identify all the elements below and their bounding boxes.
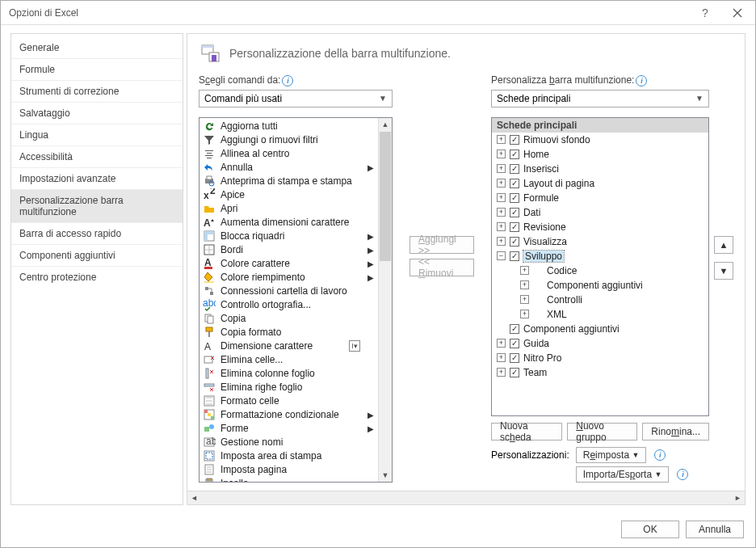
tree-item[interactable]: +XML [492, 307, 708, 322]
move-up-button[interactable]: ▲ [714, 236, 733, 254]
collapse-icon[interactable]: − [497, 251, 506, 260]
scroll-left-icon[interactable]: ◄ [187, 491, 201, 504]
command-item[interactable]: AColore carattere▶ [200, 257, 378, 271]
nav-item[interactable]: Personalizzazione barra multifunzione [11, 190, 183, 223]
nav-item[interactable]: Generale [11, 37, 183, 59]
scroll-thumb[interactable] [380, 132, 391, 261]
checkbox[interactable]: ✓ [510, 324, 519, 334]
tree-item[interactable]: +✓Inserisci [492, 162, 708, 176]
expand-icon[interactable]: + [497, 164, 506, 173]
new-tab-button[interactable]: Nuova scheda [491, 423, 562, 441]
command-item[interactable]: Forme▶ [200, 422, 378, 436]
remove-button[interactable]: << Rimuovi [410, 259, 474, 276]
command-item[interactable]: abGestione nomi [200, 436, 378, 449]
checkbox[interactable]: ✓ [510, 193, 519, 203]
nav-item[interactable]: Impostazioni avanzate [11, 168, 183, 190]
new-group-button[interactable]: Nuovo gruppo [567, 423, 637, 441]
nav-item[interactable]: Salvataggio [11, 103, 183, 124]
checkbox[interactable]: ✓ [510, 164, 519, 174]
expand-icon[interactable]: + [497, 208, 506, 217]
command-item[interactable]: Incolla [200, 477, 378, 482]
command-item[interactable]: abcControllo ortografia... [200, 298, 378, 312]
nav-item[interactable]: Componenti aggiuntivi [11, 245, 183, 267]
close-button[interactable] [721, 2, 754, 24]
expand-icon[interactable]: + [497, 193, 506, 202]
cancel-button[interactable]: Annulla [686, 521, 744, 538]
command-item[interactable]: Copia [200, 312, 378, 326]
scroll-right-icon[interactable]: ► [731, 491, 745, 504]
command-item[interactable]: Aggiungi o rimuovi filtri [200, 133, 378, 147]
command-item[interactable]: Annulla▶ [200, 161, 378, 175]
checkbox[interactable]: ✓ [510, 222, 519, 232]
rename-button[interactable]: Rinomina... [642, 423, 709, 441]
command-item[interactable]: Colore riempimento▶ [200, 271, 378, 285]
tree-item[interactable]: +✓Revisione [492, 220, 708, 234]
tree-item[interactable]: +✓Visualizza [492, 234, 708, 249]
nav-item[interactable]: Accessibilità [11, 146, 183, 168]
expand-icon[interactable]: + [497, 222, 506, 231]
ribbon-tree[interactable]: Schede principali+✓Rimuovi sfondo+✓Home+… [491, 117, 709, 416]
scroll-up-icon[interactable]: ▲ [379, 118, 392, 132]
move-down-button[interactable]: ▼ [714, 262, 733, 280]
command-item[interactable]: x2Apice [200, 188, 378, 202]
command-item[interactable]: Anteprima di stampa e stampa [200, 175, 378, 188]
import-export-button[interactable]: Importa/Esporta ▼ [576, 466, 670, 483]
tree-item[interactable]: +✓Home [492, 147, 708, 162]
command-item[interactable]: Imposta pagina [200, 463, 378, 477]
help-icon[interactable]: i [282, 75, 293, 86]
expand-icon[interactable]: + [497, 237, 506, 246]
tree-item[interactable]: +✓Nitro Pro [492, 351, 708, 365]
tree-item[interactable]: +Controlli [492, 293, 708, 307]
expand-icon[interactable]: + [497, 179, 506, 188]
checkbox[interactable]: ✓ [510, 150, 519, 159]
nav-item[interactable]: Barra di accesso rapido [11, 223, 183, 245]
tree-item[interactable]: +✓Rimuovi sfondo [492, 133, 708, 147]
command-item[interactable]: Apri [200, 202, 378, 216]
expand-icon[interactable]: + [497, 353, 506, 362]
checkbox[interactable]: ✓ [510, 237, 519, 247]
tree-item[interactable]: +✓Team [492, 365, 708, 380]
command-item[interactable]: Aggiorna tutti [200, 120, 378, 133]
checkbox[interactable]: ✓ [510, 368, 519, 377]
expand-icon[interactable]: + [520, 280, 529, 289]
expand-icon[interactable]: + [520, 295, 529, 304]
checkbox[interactable]: ✓ [510, 179, 519, 188]
customize-ribbon-combo[interactable]: Schede principali ▼ [491, 90, 709, 107]
tree-item[interactable]: +✓Guida [492, 336, 708, 351]
command-item[interactable]: Elimina righe foglio [200, 381, 378, 394]
ok-button[interactable]: OK [621, 521, 679, 538]
help-icon[interactable]: i [636, 75, 647, 86]
checkbox[interactable]: ✓ [510, 208, 519, 217]
tree-item[interactable]: +✓Dati [492, 205, 708, 220]
tree-item[interactable]: −✓Sviluppo [492, 249, 708, 263]
command-item[interactable]: Imposta area di stampa [200, 449, 378, 463]
help-button[interactable]: ? [689, 2, 721, 24]
expand-icon[interactable]: + [497, 150, 506, 158]
command-item[interactable]: Connessioni cartella di lavoro [200, 285, 378, 298]
expand-icon[interactable]: + [497, 339, 506, 348]
scroll-down-icon[interactable]: ▼ [379, 468, 392, 482]
checkbox[interactable]: ✓ [510, 135, 519, 145]
command-item[interactable]: AAumenta dimensioni carattere [200, 216, 378, 230]
nav-item[interactable]: Strumenti di correzione [11, 81, 183, 103]
expand-icon[interactable]: + [520, 266, 529, 275]
command-item[interactable]: Elimina celle... [200, 353, 378, 367]
tree-item[interactable]: +✓Formule [492, 191, 708, 205]
checkbox[interactable]: ✓ [510, 339, 519, 348]
expand-icon[interactable]: + [497, 135, 506, 144]
tree-item[interactable]: +✓Layout di pagina [492, 176, 708, 191]
expand-icon[interactable]: + [520, 310, 529, 318]
choose-commands-combo[interactable]: Comandi più usati ▼ [199, 90, 393, 107]
help-icon[interactable]: i [654, 449, 666, 461]
checkbox[interactable]: ✓ [510, 251, 519, 261]
tree-item[interactable]: +Codice [492, 263, 708, 278]
checkbox[interactable]: ✓ [510, 353, 519, 363]
command-item[interactable]: Blocca riquadri▶ [200, 230, 378, 243]
command-item[interactable]: Formattazione condizionale▶ [200, 408, 378, 422]
tree-item[interactable]: +Componenti aggiuntivi [492, 278, 708, 293]
command-item[interactable]: ADimensione carattereI▾ [200, 339, 378, 353]
command-item[interactable]: Formato celle [200, 394, 378, 408]
tree-item[interactable]: ✓Componenti aggiuntivi [492, 322, 708, 336]
command-item[interactable]: Elimina colonne foglio [200, 367, 378, 381]
nav-item[interactable]: Centro protezione [11, 267, 183, 288]
